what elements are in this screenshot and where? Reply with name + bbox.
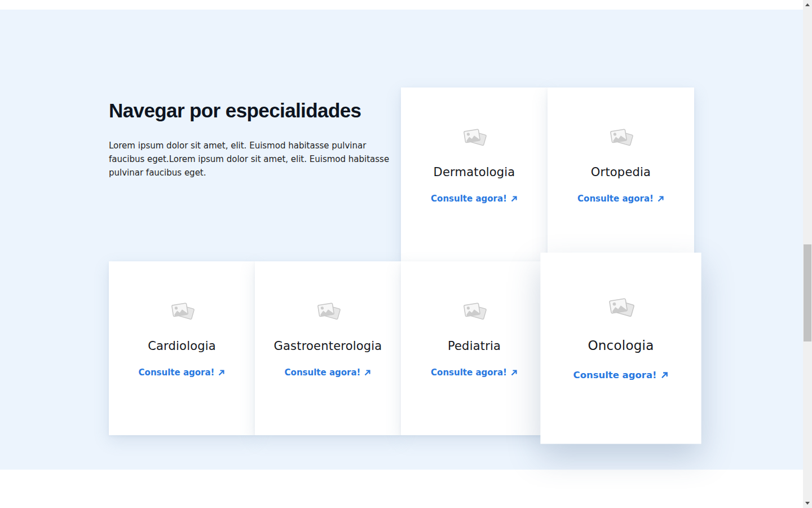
consult-now-link[interactable]: Consulte agora! <box>139 367 226 378</box>
specialty-card-dermatologia: Dermatologia Consulte agora! <box>401 87 548 261</box>
section-intro: Navegar por especialidades Lorem ipsum d… <box>109 99 402 179</box>
arrow-up-right-icon <box>657 195 664 203</box>
arrow-up-right-icon <box>510 369 518 376</box>
scroll-down-button[interactable] <box>803 498 812 508</box>
section-description: Lorem ipsum dolor sit amet, elit. Euismo… <box>109 139 402 179</box>
arrow-up-right-icon <box>218 369 225 376</box>
image-placeholder-icon <box>315 301 341 322</box>
consult-now-link[interactable]: Consulte agora! <box>431 194 518 204</box>
section-title: Navegar por especialidades <box>109 99 402 122</box>
consult-now-label: Consulte agora! <box>431 367 507 378</box>
consult-now-link[interactable]: Consulte agora! <box>573 369 669 380</box>
specialty-title: Oncologia <box>588 338 654 353</box>
scroll-up-button[interactable] <box>803 0 812 10</box>
vertical-scrollbar[interactable] <box>803 0 812 508</box>
image-placeholder-icon <box>608 127 634 148</box>
next-section-edge <box>0 470 803 508</box>
consult-now-link[interactable]: Consulte agora! <box>431 367 518 378</box>
consult-now-label: Consulte agora! <box>431 194 507 204</box>
image-placeholder-icon <box>169 301 195 322</box>
image-placeholder-icon <box>461 301 487 322</box>
specialty-card-oncologia: Oncologia Consulte agora! <box>540 253 701 444</box>
specialty-card-ortopedia: Ortopedia Consulte agora! <box>548 87 694 261</box>
triangle-down-icon <box>805 502 810 505</box>
specialty-card-cardiologia: Cardiologia Consulte agora! <box>109 261 255 435</box>
arrow-up-right-icon <box>510 195 518 203</box>
consult-now-label: Consulte agora! <box>573 369 657 380</box>
specialty-title: Dermatologia <box>434 165 515 179</box>
triangle-up-icon <box>805 3 810 6</box>
arrow-up-right-icon <box>364 369 371 376</box>
previous-section-edge <box>0 0 803 10</box>
specialty-title: Pediatria <box>448 339 501 353</box>
arrow-up-right-icon <box>660 371 668 379</box>
specialty-title: Cardiologia <box>148 339 216 353</box>
consult-now-label: Consulte agora! <box>285 367 361 378</box>
scrollbar-thumb[interactable] <box>804 244 811 341</box>
image-placeholder-icon <box>461 127 487 148</box>
image-placeholder-icon <box>607 296 635 320</box>
specialty-title: Gastroenterologia <box>274 339 382 353</box>
consult-now-label: Consulte agora! <box>577 194 654 204</box>
specialty-card-pediatria: Pediatria Consulte agora! <box>401 261 548 435</box>
specialty-card-gastroenterologia: Gastroenterologia Consulte agora! <box>255 261 401 435</box>
consult-now-link[interactable]: Consulte agora! <box>577 194 664 204</box>
consult-now-label: Consulte agora! <box>139 367 215 378</box>
consult-now-link[interactable]: Consulte agora! <box>285 367 372 378</box>
specialty-title: Ortopedia <box>591 165 651 179</box>
